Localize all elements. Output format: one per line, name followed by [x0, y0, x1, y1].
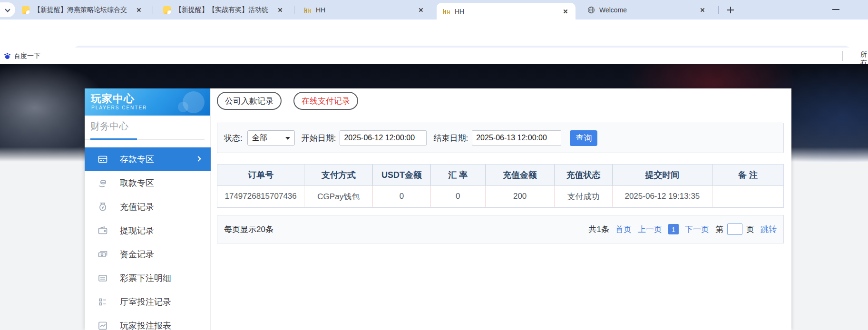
- start-date-label: 开始日期:: [302, 133, 336, 144]
- prev-page-link[interactable]: 上一页: [638, 224, 662, 235]
- minimize-icon[interactable]: [832, 9, 839, 10]
- banknotes-icon: [98, 249, 108, 260]
- chevron-right-icon: [195, 156, 201, 161]
- table-row: 1749726815707436 CGPay钱包 0 0 200 支付成功 20…: [217, 186, 783, 207]
- ballot-icon: [98, 297, 108, 307]
- sidebar-item-lottery-bets[interactable]: 彩票下注明细: [85, 266, 211, 290]
- tab-search-button[interactable]: [0, 2, 15, 17]
- players-center-header: 玩家中心 PLAYERS CENTER: [85, 88, 210, 116]
- browser-window: 【新提醒】海燕策略论坛综合交 【新提醒】【实战有奖】活动统 HH HH: [0, 0, 868, 330]
- close-icon[interactable]: [417, 6, 425, 14]
- status-label: 状态:: [224, 133, 243, 144]
- status-select[interactable]: 全部: [247, 130, 295, 146]
- user-center-panel: 玩家中心 PLAYERS CENTER 财务中心 存款专区 取款专区: [85, 88, 791, 330]
- total-count-text: 共1条: [589, 224, 609, 235]
- header-remark: 备 注: [712, 165, 783, 185]
- sidebar-item-label: 存款专区: [120, 154, 154, 165]
- first-page-link[interactable]: 首页: [615, 224, 632, 235]
- table-header-row: 订单号 支付方式 USDT金额 汇 率 充值金额 充值状态 提交时间 备 注: [217, 165, 783, 186]
- jump-link[interactable]: 跳转: [761, 224, 777, 235]
- tab-welcome[interactable]: Welcome: [581, 0, 712, 19]
- cell-remark: [712, 186, 783, 207]
- tab-title: 【新提醒】海燕策略论坛综合交: [34, 6, 132, 14]
- tab-online-payment-records[interactable]: 在线支付记录: [293, 92, 358, 110]
- new-tab-button[interactable]: [725, 4, 736, 16]
- tab-title: HH: [316, 6, 414, 14]
- tab-hh-active[interactable]: HH: [437, 3, 575, 19]
- next-page-link[interactable]: 下一页: [685, 224, 709, 235]
- sidebar-item-recharge-records[interactable]: 充值记录: [85, 195, 211, 219]
- baidu-paw-icon: [4, 52, 11, 59]
- filter-bar: 状态: 全部 开始日期: 结束日期: 查询: [217, 123, 784, 153]
- report-icon: [98, 320, 108, 330]
- status-select-value: 全部: [252, 134, 267, 142]
- sidebar-subtitle: PLAYERS CENTER: [91, 105, 147, 110]
- page-size-text: 每页显示20条: [224, 224, 273, 235]
- pagination-bar: 每页显示20条 共1条 首页 上一页 1 下一页 第 页 跳转: [217, 215, 784, 243]
- sidebar-item-bet-report[interactable]: 玩家投注报表: [85, 314, 211, 330]
- withdraw-hand-icon: [98, 178, 108, 188]
- sidebar-item-withdrawal-records[interactable]: 提现记录: [85, 219, 211, 243]
- record-type-tabs: 公司入款记录 在线支付记录: [217, 92, 358, 110]
- jump-prefix-label: 第: [715, 224, 723, 235]
- tab-forum-2[interactable]: 【新提醒】【实战有奖】活动统: [157, 0, 290, 19]
- hh-gold-icon: [442, 7, 450, 15]
- tab-strip: 【新提醒】海燕策略论坛综合交 【新提醒】【实战有奖】活动统 HH HH: [0, 0, 868, 19]
- cell-recharge-amount: 200: [486, 186, 555, 207]
- page-jump-input[interactable]: [727, 223, 742, 235]
- cell-usdt-amount: 0: [373, 186, 430, 207]
- tab-company-deposit-records[interactable]: 公司入款记录: [217, 92, 282, 110]
- chevron-down-icon: [285, 137, 290, 140]
- start-date-input[interactable]: [340, 130, 427, 146]
- sidebar-item-deposit[interactable]: 存款专区: [85, 147, 211, 171]
- sidebar-item-label: 玩家投注报表: [120, 320, 171, 330]
- tab-hh-1[interactable]: HH: [298, 0, 431, 19]
- close-icon[interactable]: [698, 6, 707, 14]
- close-icon[interactable]: [561, 7, 570, 16]
- sidebar: 玩家中心 PLAYERS CENTER 财务中心 存款专区 取款专区: [85, 88, 211, 330]
- sidebar-item-room-bet-records[interactable]: 厅室投注记录: [85, 290, 211, 314]
- header-exchange-rate: 汇 率: [431, 165, 486, 185]
- moneybag-icon: [98, 202, 108, 212]
- cell-recharge-status: 支付成功: [555, 186, 612, 207]
- sidebar-item-label: 提现记录: [120, 225, 154, 236]
- header-recharge-status: 充值状态: [555, 165, 612, 185]
- wallet-icon: [98, 225, 108, 236]
- sidebar-item-label: 厅室投注记录: [120, 296, 171, 308]
- sidebar-item-label: 资金记录: [120, 249, 154, 260]
- hh-gold-icon: [303, 6, 312, 14]
- current-page-badge[interactable]: 1: [668, 224, 679, 234]
- cell-submit-time: 2025-06-12 19:13:35: [613, 186, 713, 207]
- section-divider-accent: [90, 138, 137, 140]
- gamepad-decoration-icon: [178, 102, 188, 112]
- sidebar-item-withdraw[interactable]: 取款专区: [85, 171, 211, 195]
- close-icon[interactable]: [135, 6, 143, 14]
- section-title: 财务中心: [90, 120, 128, 133]
- navigation-bar: ← → ↻ ⌂ yl756.com/hhcp/usercenter.html?i…: [0, 19, 868, 48]
- sidebar-item-fund-records[interactable]: 资金记录: [85, 243, 211, 266]
- payment-records-table: 订单号 支付方式 USDT金额 汇 率 充值金额 充值状态 提交时间 备 注 1…: [217, 164, 784, 208]
- main-content: 公司入款记录 在线支付记录 状态: 全部 开始日期: 结束日期: 查询 订单号 …: [217, 88, 784, 330]
- bookmark-baidu[interactable]: 百度一下: [2, 50, 40, 61]
- close-icon[interactable]: [276, 6, 284, 14]
- tab-forum-1[interactable]: 【新提醒】海燕策略论坛综合交: [16, 0, 149, 19]
- bookmark-label: 百度一下: [14, 52, 40, 60]
- header-submit-time: 提交时间: [613, 165, 713, 185]
- bookmarks-bar: 百度一下 所有书签: [0, 48, 868, 64]
- header-usdt-amount: USDT金额: [373, 165, 430, 185]
- tab-divider: [718, 6, 719, 14]
- tab-divider: [294, 6, 294, 14]
- cell-exchange-rate: 0: [431, 186, 486, 207]
- bookmarks-divider: [842, 51, 843, 61]
- sidebar-item-label: 取款专区: [120, 177, 154, 189]
- header-pay-method: 支付方式: [304, 165, 373, 185]
- jump-suffix-label: 页: [746, 224, 754, 235]
- forum-yellow-icon: [163, 6, 171, 14]
- cell-pay-method: CGPay钱包: [304, 186, 373, 207]
- tab-title: Welcome: [599, 6, 695, 14]
- sidebar-title: 玩家中心: [91, 92, 135, 106]
- query-button[interactable]: 查询: [570, 130, 597, 146]
- tab-title: 【新提醒】【实战有奖】活动统: [175, 6, 273, 14]
- globe-icon: [587, 6, 595, 14]
- end-date-input[interactable]: [472, 130, 561, 146]
